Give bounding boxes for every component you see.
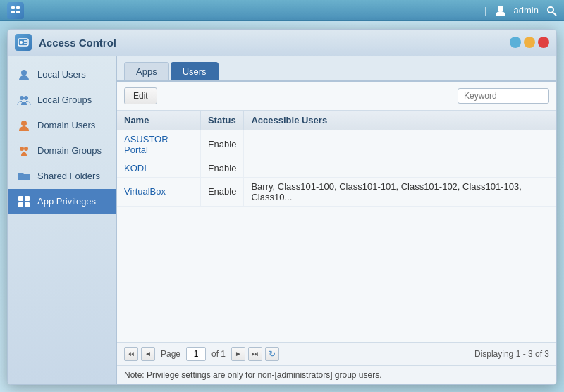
first-page-button[interactable]: ⏮ [124,347,138,361]
taskbar: | admin [0,0,564,21]
search-icon[interactable] [546,5,557,16]
minimize-button[interactable] [524,37,535,48]
cell-accessible-users [244,159,556,177]
pagination: ⏮ ◄ Page of 1 ► ⏭ ↻ Displaying 1 - 3 of … [117,342,556,365]
app-icon [16,194,32,209]
local-group-icon [16,92,32,108]
cell-name: VirtualBox [117,177,200,206]
table-container: Name Status Accessible Users ASUSTOR Por… [117,111,556,342]
titlebar: Access Control [8,30,556,56]
note-text: Note: Privilege settings are only for no… [124,370,382,380]
table-row[interactable]: ASUSTOR Portal Enable [117,130,556,159]
user-icon [494,4,507,17]
sidebar-item-domain-users[interactable]: Domain Users [8,113,116,138]
of-label: of 1 [212,349,226,359]
svg-point-5 [548,7,553,13]
cell-accessible-users [244,130,556,159]
sidebar-label-app-privileges: App Privileges [37,196,96,207]
svg-rect-3 [16,11,20,13]
svg-point-8 [20,41,23,44]
refresh-button[interactable]: ↻ [265,347,279,361]
help-button[interactable] [510,37,521,48]
close-button[interactable] [538,37,549,48]
taskbar-app-icon[interactable] [7,2,24,19]
svg-point-11 [21,70,27,75]
last-page-button[interactable]: ⏭ [248,347,262,361]
svg-rect-18 [25,196,30,201]
desktop: Access Control Local Users [0,21,564,392]
cell-accessible-users: Barry, Class101-100, Class101-101, Class… [244,177,556,206]
taskbar-left [7,2,24,19]
sidebar-item-local-users[interactable]: Local Users [8,62,116,87]
col-accessible-users: Accessible Users [244,111,556,130]
page-input[interactable] [186,347,206,361]
svg-rect-2 [11,11,15,13]
page-label: Page [161,349,180,359]
svg-rect-20 [25,202,30,207]
svg-point-15 [20,147,24,151]
domain-user-icon [16,118,32,133]
svg-rect-1 [16,6,20,9]
note: Note: Privilege settings are only for no… [117,365,556,384]
titlebar-icon [15,34,32,51]
sidebar-label-domain-groups: Domain Groups [37,145,102,156]
sidebar-item-app-privileges[interactable]: App Privileges [8,189,116,214]
next-page-button[interactable]: ► [231,347,245,361]
tab-apps[interactable]: Apps [124,62,169,80]
table-header-row: Name Status Accessible Users [117,111,556,130]
local-user-icon [16,67,32,82]
cell-status: Enable [200,130,243,159]
sidebar: Local Users Local Groups [8,56,117,384]
svg-point-16 [24,147,28,151]
svg-rect-0 [11,6,15,9]
col-status: Status [200,111,243,130]
svg-point-13 [24,96,28,100]
table-row[interactable]: KODI Enable [117,159,556,177]
domain-group-icon [16,143,32,159]
table-row[interactable]: VirtualBox Enable Barry, Class101-100, C… [117,177,556,206]
access-control-window: Access Control Local Users [7,29,557,385]
window-body: Local Users Local Groups [8,56,556,384]
svg-rect-19 [18,202,23,207]
folder-icon [16,169,32,184]
toolbar: Edit [117,82,556,111]
app-privileges-table: Name Status Accessible Users ASUSTOR Por… [117,111,556,207]
cell-status: Enable [200,159,243,177]
window-title: Access Control [39,37,503,49]
keyword-input[interactable] [458,88,549,104]
sidebar-label-local-users: Local Users [37,69,86,80]
svg-rect-17 [18,196,23,201]
tab-users[interactable]: Users [171,62,219,80]
displaying-text: Displaying 1 - 3 of 3 [474,349,549,359]
taskbar-right: | admin [484,4,557,17]
prev-page-button[interactable]: ◄ [141,347,155,361]
edit-button[interactable]: Edit [124,87,157,104]
sidebar-item-local-groups[interactable]: Local Groups [8,87,116,113]
cell-name: KODI [117,159,200,177]
taskbar-divider: | [484,5,486,16]
admin-username: admin [514,5,539,16]
cell-name: ASUSTOR Portal [117,130,200,159]
svg-point-4 [498,6,503,11]
svg-line-6 [553,13,556,16]
sidebar-item-domain-groups[interactable]: Domain Groups [8,138,116,164]
cell-status: Enable [200,177,243,206]
window-controls [510,37,549,48]
content-area: Apps Users Edit [117,56,556,384]
sidebar-label-shared-folders: Shared Folders [37,171,100,181]
col-name: Name [117,111,200,130]
sidebar-label-domain-users: Domain Users [37,120,95,130]
svg-point-12 [20,96,24,100]
sidebar-item-shared-folders[interactable]: Shared Folders [8,164,116,189]
sidebar-label-local-groups: Local Groups [37,94,92,105]
svg-point-14 [21,121,27,126]
tab-bar: Apps Users [117,56,556,82]
